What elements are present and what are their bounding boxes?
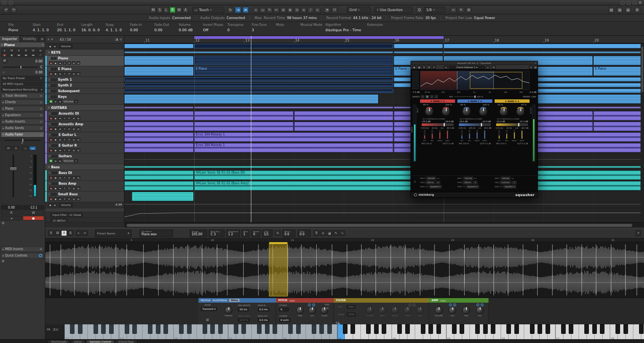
sample-ruler[interactable]: 5101520253035 xyxy=(45,238,644,242)
use-quantize-select[interactable]: ♯Use Quantize xyxy=(374,7,412,13)
infoline-fade-out[interactable]: Fade-Out0.00 xyxy=(153,22,177,35)
plugin-header-button-0[interactable]: ◉ xyxy=(412,65,416,69)
black-key[interactable] xyxy=(561,324,566,334)
gain-field[interactable]: Gain0.0 xyxy=(298,230,311,237)
section-track-versions[interactable]: ▸Track Versions≡ xyxy=(1,93,44,99)
audio-align-icon[interactable]: ✎ xyxy=(458,7,464,13)
band3-sc-input-select[interactable]: Internal xyxy=(501,177,511,180)
quantize-apply-button[interactable]: Q xyxy=(416,7,422,13)
filter-type-select[interactable]: Tube xyxy=(347,305,355,309)
monitor[interactable]: ◉ xyxy=(54,197,57,201)
black-key[interactable] xyxy=(101,324,106,334)
toolbar-setup-gear-icon[interactable]: ⚙ xyxy=(466,7,472,13)
clip[interactable] xyxy=(124,171,194,180)
clip[interactable] xyxy=(124,56,194,65)
black-key[interactable] xyxy=(241,324,246,334)
fing-icon[interactable]: ⊙ xyxy=(326,306,329,310)
infoline-mute[interactable]: Mute xyxy=(274,22,299,35)
track-row-keys[interactable]: ♪KeysR▬▬Volume▾ xyxy=(45,94,124,105)
editor-button-w[interactable]: W xyxy=(55,230,60,236)
track-row-acoustic-di[interactable]: ∿Acoustic DI●◉▬RW▤▤ xyxy=(45,111,124,121)
editor-tool-icon-0[interactable]: ⌖ xyxy=(76,230,81,236)
arrange-row-e-guitar-l[interactable]: Error 394 Melody 1 xyxy=(124,132,644,143)
track-row-synth-2[interactable]: ♪Synth 2●◉▬RW▤▤ xyxy=(45,83,124,88)
editor-field-signature[interactable]: Signature1 2 xyxy=(226,230,240,237)
zone-toggle-icon-2[interactable]: ▤ xyxy=(617,7,623,13)
black-key[interactable] xyxy=(615,324,620,334)
pitch-knob-glide-2[interactable]: GLIDE xyxy=(318,306,331,317)
octave-c8[interactable]: C8 xyxy=(610,324,644,340)
black-key[interactable] xyxy=(405,324,410,334)
black-key[interactable] xyxy=(163,324,168,334)
clip[interactable] xyxy=(194,111,293,120)
clip-error-394-melody-1[interactable]: Error 394 Melody 1 xyxy=(194,132,393,142)
bands-count-2[interactable]: 2 xyxy=(430,95,433,98)
bands-count-1[interactable]: 1 xyxy=(435,95,438,98)
octave-c3[interactable]: C3 xyxy=(338,324,392,340)
record-enable[interactable]: ● xyxy=(49,72,53,75)
inspector-mini-button-7[interactable]: ◉ xyxy=(8,53,15,57)
quantize-value-select[interactable]: 1/8▾ xyxy=(424,7,445,13)
filter-knob-lfo-4[interactable]: LFO xyxy=(414,306,427,317)
automation-button-m[interactable]: M xyxy=(150,7,156,13)
folder-part[interactable] xyxy=(444,51,644,53)
filter-knob-cutoff-0[interactable]: CUTOFF xyxy=(363,306,376,317)
pan-slider[interactable] xyxy=(2,67,38,68)
track-row-input-filter-lc-slope[interactable]: Input Filter - LC-Slope xyxy=(45,212,124,218)
window-layout-icon-3[interactable] xyxy=(633,1,637,5)
window-layout-icon-1[interactable] xyxy=(620,1,625,5)
metronome-icon[interactable]: ◔ xyxy=(324,7,330,13)
arrange-row-input-filter-lc-slope[interactable] xyxy=(124,212,644,218)
lower-settings-gear-icon[interactable]: ⚙ xyxy=(2,259,5,263)
midi-input-field[interactable]: All MIDI Inputs xyxy=(1,81,44,86)
clip[interactable] xyxy=(124,132,194,142)
file-name-field[interactable]: File NamePiano.wav xyxy=(140,230,173,237)
black-key[interactable] xyxy=(210,324,215,334)
band2-sc-input-select[interactable]: Internal xyxy=(463,177,474,180)
clip[interactable] xyxy=(132,192,194,201)
plugin-header-button-1[interactable]: ▣ xyxy=(417,65,421,69)
norm-field[interactable]: Norm.0.0 xyxy=(282,230,295,237)
sampler-tab-normal[interactable]: Normal xyxy=(201,299,210,302)
infoline-algorithm[interactable]: Algorithmélastique Pro - Time xyxy=(324,22,366,35)
band3-send-to-select[interactable]: Squasher ▾ xyxy=(503,185,516,188)
clip-halion-sonic-se-01-02-bass-di-[interactable]: HALion Sonic SE 01-02 (Bass DI) xyxy=(194,171,443,180)
band3-slider-att[interactable] xyxy=(498,130,500,139)
mode-select[interactable]: Transient ▾ xyxy=(201,307,217,311)
octave-c4[interactable]: C4 xyxy=(392,324,447,340)
editor-r-button[interactable]: R xyxy=(314,230,319,236)
hscroll-thumb[interactable] xyxy=(127,224,632,227)
inspector-mini-button-8[interactable]: ▬ xyxy=(16,53,22,57)
editor-pencil-icon[interactable]: ✎ xyxy=(333,230,339,236)
band2-slider-rel[interactable] xyxy=(469,130,470,139)
automation-button-s[interactable]: S xyxy=(157,7,163,13)
sampler-tab-audiowarp[interactable]: AudioWarp xyxy=(213,299,227,302)
black-key[interactable] xyxy=(296,324,301,334)
clip[interactable] xyxy=(593,111,644,120)
black-key[interactable] xyxy=(319,324,324,334)
snap-toggle-icon[interactable]: ⇥ xyxy=(235,7,241,13)
record-enable[interactable]: ● xyxy=(49,197,53,201)
arrange-row-bass-di[interactable]: HALion Sonic SE 01-02 (Bass DI) xyxy=(124,170,644,181)
editor-zap-icon[interactable]: ∿ xyxy=(339,230,345,236)
black-key[interactable] xyxy=(179,324,184,334)
plugin-header-icon-1[interactable]: ⊙ xyxy=(529,65,533,69)
clip[interactable] xyxy=(593,122,644,131)
band2-send-to-select[interactable]: Squasher ▾ xyxy=(466,185,479,188)
black-key[interactable] xyxy=(94,324,98,334)
band1-knob-up[interactable] xyxy=(425,107,434,116)
arrange-row-synth-2[interactable] xyxy=(124,83,644,88)
arrange-row-keys[interactable] xyxy=(124,49,644,56)
octave-cm2[interactable]: C-2 xyxy=(65,324,119,340)
track-row-bass[interactable]: ▾Bass xyxy=(45,164,124,170)
plugin-header-icon-2[interactable]: ▤ xyxy=(533,65,538,69)
section-midi-inserts[interactable]: ▸MIDI Inserts ⊕ xyxy=(1,246,44,252)
band2-sc-freq[interactable]: 326 Hz xyxy=(463,181,472,184)
clip-error-394-melody-1[interactable]: Error 394 Melody 1 xyxy=(194,143,393,152)
infoline-snap[interactable]: Snap4. 1. 1. 0 xyxy=(104,22,128,35)
section-quick-controls[interactable]: ▸Quick Controls xyxy=(1,253,44,258)
clip[interactable] xyxy=(194,56,393,65)
monitor-button[interactable]: ▭ xyxy=(29,146,36,150)
preset-name-field[interactable]: Preset Name♦ xyxy=(95,230,132,237)
window-icon-left-1[interactable] xyxy=(2,1,6,5)
